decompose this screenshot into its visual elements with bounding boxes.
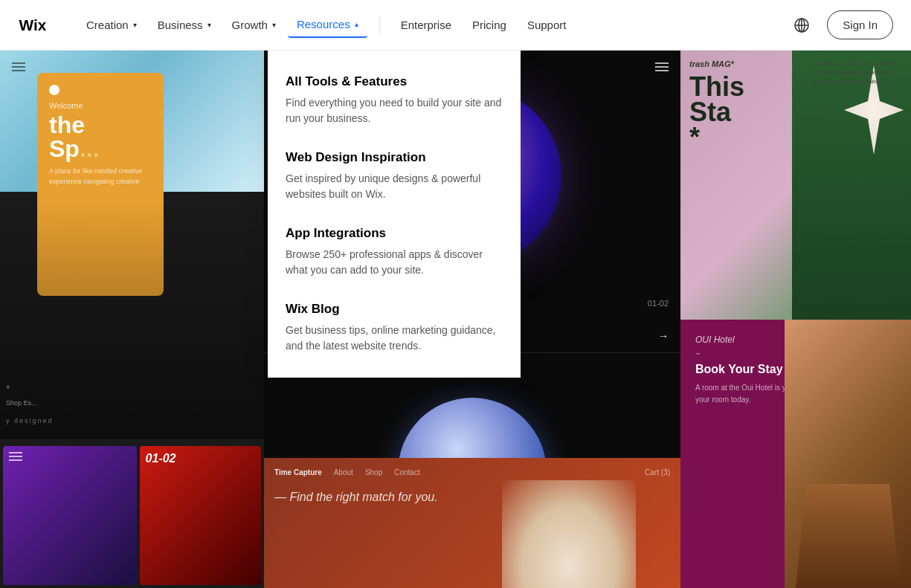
hamburger-icon (652, 59, 672, 74)
nav-items: Creation ▾ Business ▾ Growth ▾ Resources… (77, 12, 788, 38)
sign-in-button[interactable]: Sign In (827, 10, 893, 39)
dropdown-item-title: Web Design Inspiration (286, 150, 503, 165)
hamburger-icon (9, 59, 28, 74)
nav-item-enterprise[interactable]: Enterprise (392, 13, 460, 37)
dropdown-item-all-tools[interactable]: All Tools & Features Find everything you… (286, 74, 503, 126)
time-capture-bg: Time Capture About Shop Contact Cart (3)… (264, 458, 680, 588)
dropdown-item-app-integrations[interactable]: App Integrations Browse 250+ professiona… (286, 226, 503, 278)
logo[interactable]: Wix (18, 16, 54, 35)
dot-icon (49, 85, 59, 95)
dropdown-item-title: App Integrations (286, 226, 503, 241)
thumb-purple: Whaaaat St... (3, 446, 137, 585)
chevron-down-icon: ▾ (133, 21, 137, 29)
time-capture-strip: Time Capture About Shop Contact Cart (3)… (264, 458, 680, 588)
dropdown-item-desc: Get business tips, online marketing guid… (286, 323, 503, 354)
dropdown-item-title: Wix Blog (286, 302, 503, 317)
orange-card-title: theSp... (49, 113, 152, 161)
collage-left: Welcome theSp... A place for like-minded… (0, 51, 264, 588)
shop-text: Shop Es... (6, 399, 37, 407)
designed-text: y designed (6, 417, 54, 424)
date-badge: 01-02 (146, 452, 176, 465)
collage-right-bot: OUI Hotel ~ Book Your Stay A room at the… (680, 320, 911, 589)
nav-item-resources[interactable]: Resources ▴ (288, 12, 367, 38)
globe-icon[interactable] (788, 12, 815, 39)
hamburger-icon (6, 449, 25, 464)
tc-product (502, 480, 636, 588)
person-gradient (0, 199, 264, 439)
arrow-icon: → (658, 330, 669, 342)
tc-shop: Shop (365, 468, 382, 476)
orange-card-desc: A place for like-minded creative experie… (49, 167, 152, 187)
nav-item-business[interactable]: Business ▾ (149, 13, 220, 37)
date-label: 01-02 (648, 299, 669, 308)
nav-item-pricing[interactable]: Pricing (463, 13, 515, 37)
tc-cart: Cart (3) (645, 468, 670, 476)
mag-brand: trash MAG* (689, 59, 744, 68)
chevron-down-icon: ▾ (207, 21, 211, 29)
dropdown-item-wix-blog[interactable]: Wix Blog Get business tips, online marke… (286, 302, 503, 354)
hotel-image (785, 320, 911, 589)
resources-dropdown: All Tools & Features Find everything you… (268, 51, 521, 378)
chevron-up-icon: ▴ (355, 20, 358, 28)
dropdown-item-desc: Get inspired by unique designs & powerfu… (286, 171, 503, 202)
dropdown-item-web-design[interactable]: Web Design Inspiration Get inspired by u… (286, 150, 503, 202)
navbar: Wix Creation ▾ Business ▾ Growth ▾ Resou… (0, 0, 911, 51)
magazine-right-panel (792, 51, 911, 320)
nav-right: Sign In (788, 10, 893, 39)
dropdown-item-title: All Tools & Features (286, 74, 503, 89)
chevron-down-icon: ▾ (272, 21, 276, 29)
person-area: y designed Shop Es... * (0, 199, 264, 439)
magazine-text: trash MAG* ThisSta* (689, 59, 744, 151)
svg-text:Wix: Wix (19, 16, 47, 33)
dropdown-item-desc: Find everything you need to build your s… (286, 95, 503, 126)
bottom-thumbnails: Whaaaat St... 01-02 (0, 443, 264, 588)
nav-item-creation[interactable]: Creation ▾ (77, 13, 146, 37)
tc-brand: Time Capture (274, 468, 322, 476)
nav-item-support[interactable]: Support (518, 13, 576, 37)
collage-right-top: trash MAG* ThisSta* Looking to spruce up… (680, 51, 911, 320)
dropdown-item-desc: Browse 250+ professional apps & discover… (286, 247, 503, 278)
time-capture-nav: Time Capture About Shop Contact Cart (3) (274, 468, 670, 476)
thumb-red: 01-02 (140, 446, 262, 585)
nav-item-growth[interactable]: Growth ▾ (223, 13, 285, 37)
asterisk-icon: * (6, 383, 10, 395)
mag-desc: Looking to spruce up, rounded up the bes… (813, 59, 902, 86)
nav-divider (379, 16, 380, 34)
table-icon (796, 484, 900, 588)
welcome-text: Welcome (49, 101, 152, 110)
tc-about: About (334, 468, 353, 476)
mag-headline: ThisSta* (689, 74, 744, 151)
tc-contact: Contact (394, 468, 419, 476)
